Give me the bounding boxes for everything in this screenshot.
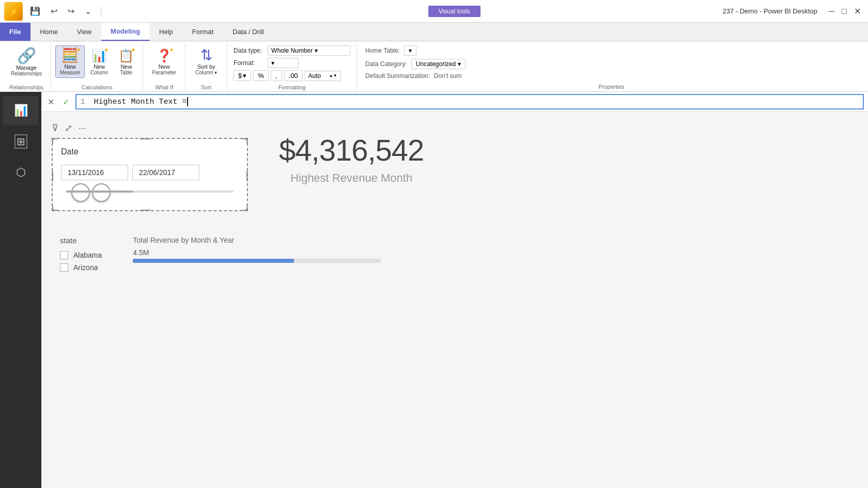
sidebar-item-report[interactable]: 📊 xyxy=(3,96,38,125)
state-checkbox-alabama[interactable] xyxy=(60,251,68,259)
comma-button[interactable]: , xyxy=(271,70,282,81)
slider-handles xyxy=(71,183,234,202)
slider-handle-left[interactable] xyxy=(71,183,90,202)
new-parameter-label-1: New xyxy=(159,64,170,70)
content-area: ✕ ✓ 1 Highest Month Text = ⊽ ⤢ ··· xyxy=(41,92,868,488)
datatype-value: Whole Number xyxy=(271,47,313,54)
ribbon-group-sort-items: ⇅ Sort by Column ▾ xyxy=(190,45,223,83)
decimal-button[interactable]: .00 xyxy=(284,70,303,81)
resize-handle-right[interactable] xyxy=(244,171,247,181)
ribbon-group-calculations: 🧮 ✦ New Measure 📊 ✦ New Column 📋 ✦ xyxy=(51,43,143,91)
datatype-dropdown-arrow: ▾ xyxy=(315,47,318,54)
canvas-bottom-row: state Alabama Arizona Total Revenue by M… xyxy=(52,232,858,274)
sidebar-item-table[interactable]: ⊞ xyxy=(3,127,38,156)
home-table-dropdown[interactable]: ▾ xyxy=(404,45,416,56)
tab-format[interactable]: Format xyxy=(183,23,223,41)
date-slider[interactable] xyxy=(61,191,239,202)
state-title: state xyxy=(60,236,102,245)
ribbon-group-whatif-items: ❓ ✦ New Parameter xyxy=(147,45,181,83)
tab-modeling[interactable]: Modeling xyxy=(101,23,150,41)
resize-handle-tr[interactable] xyxy=(242,138,247,144)
formula-input[interactable]: 1 Highest Month Text = xyxy=(75,94,864,109)
ribbon-group-properties: Home Table: ▾ Data Category: Uncategoriz… xyxy=(357,43,866,91)
slider-handle-right[interactable] xyxy=(92,183,111,202)
datatype-dropdown[interactable]: Whole Number ▾ xyxy=(268,45,350,56)
slicer-title: Date xyxy=(61,147,239,156)
resize-handle-bottom[interactable] xyxy=(140,208,150,211)
new-measure-label-1: New xyxy=(64,64,75,70)
home-table-dropdown-arrow: ▾ xyxy=(409,47,412,54)
tab-file[interactable]: File xyxy=(0,23,30,41)
format-dropdown[interactable]: ▾ xyxy=(268,58,299,68)
date-range-inputs: 13/11/2016 22/06/2017 xyxy=(61,165,239,180)
properties-group-label: Properties xyxy=(365,84,858,90)
formula-text: Highest Month Text = xyxy=(94,98,187,106)
minimize-button[interactable]: ─ xyxy=(826,4,838,18)
data-category-value: Uncategorized xyxy=(416,60,456,68)
redo-button[interactable]: ↪ xyxy=(65,4,78,18)
new-table-button[interactable]: 📋 ✦ New Table xyxy=(114,45,138,78)
ribbon-group-sort: ⇅ Sort by Column ▾ Sort xyxy=(185,43,227,91)
undo-button[interactable]: ↩ xyxy=(48,4,60,18)
currency-button[interactable]: $ ▾ xyxy=(234,70,251,81)
dropdown-button[interactable]: ⌄ xyxy=(82,4,95,18)
new-column-button[interactable]: 📊 ✦ New Column xyxy=(86,45,113,78)
save-button[interactable]: 💾 xyxy=(27,4,43,18)
new-measure-icon: 🧮 ✦ xyxy=(61,48,79,62)
tab-help[interactable]: Help xyxy=(150,23,183,41)
chart-bar-fill xyxy=(133,259,294,263)
resize-handle-bl[interactable] xyxy=(52,206,57,211)
tab-view[interactable]: View xyxy=(68,23,101,41)
resize-handle-tl[interactable] xyxy=(52,138,57,144)
more-options-button[interactable]: ··· xyxy=(79,123,86,134)
auto-input[interactable]: Auto ▲▼ xyxy=(305,71,341,81)
close-button[interactable]: ✕ xyxy=(851,4,864,18)
resize-handle-br[interactable] xyxy=(242,206,247,211)
manage-relationships-icon: 🔗 xyxy=(17,48,36,64)
focus-icon[interactable]: ⤢ xyxy=(65,122,72,134)
formatting-row-datatype: Data type: Whole Number ▾ xyxy=(234,45,350,56)
data-category-dropdown-arrow: ▾ xyxy=(458,60,461,68)
title-bar-controls: 💾 ↩ ↪ ⌄ xyxy=(27,4,103,18)
new-column-label-2: Column xyxy=(90,70,108,75)
cursor-indicator xyxy=(187,97,188,106)
slider-fill xyxy=(66,191,133,193)
currency-dropdown-arrow: ▾ xyxy=(243,72,246,80)
visual-toolbar: ⊽ ⤢ ··· xyxy=(52,122,248,134)
revenue-card: $4,316,542 Highest Revenue Month xyxy=(258,122,444,195)
tab-data-drill[interactable]: Data / Drill xyxy=(223,23,274,41)
formula-confirm-button[interactable]: ✓ xyxy=(60,96,71,108)
filter-icon[interactable]: ⊽ xyxy=(52,122,58,134)
calculations-group-label: Calculations xyxy=(55,84,138,90)
sidebar-item-model[interactable]: ⬡ xyxy=(3,158,38,187)
auto-value: Auto xyxy=(308,72,321,80)
sort-by-column-label-2: Column ▾ xyxy=(195,70,217,75)
state-label-alabama: Alabama xyxy=(73,251,102,259)
model-icon: ⬡ xyxy=(16,166,26,179)
new-measure-button[interactable]: 🧮 ✦ New Measure xyxy=(55,45,85,78)
resize-handle-top[interactable] xyxy=(140,138,150,141)
state-item-alabama: Alabama xyxy=(60,249,102,261)
date-from-input[interactable]: 13/11/2016 xyxy=(61,165,128,180)
revenue-amount: $4,316,542 xyxy=(279,133,424,167)
formula-cancel-button[interactable]: ✕ xyxy=(45,96,56,108)
sort-by-column-button[interactable]: ⇅ Sort by Column ▾ xyxy=(190,45,223,78)
revenue-label: Highest Revenue Month xyxy=(290,171,412,185)
date-slicer: Date 13/11/2016 22/06/2017 xyxy=(52,138,248,211)
decimal-symbol: .00 xyxy=(289,72,298,80)
resize-handle-left[interactable] xyxy=(52,171,55,181)
new-parameter-button[interactable]: ❓ ✦ New Parameter xyxy=(147,45,181,78)
datatype-label: Data type: xyxy=(234,47,265,54)
visual-tools-badge: Visual tools xyxy=(428,6,481,17)
sidebar: 📊 ⊞ ⬡ xyxy=(0,92,41,488)
date-to-input[interactable]: 22/06/2017 xyxy=(132,165,199,180)
percent-button[interactable]: % xyxy=(253,70,269,81)
manage-relationships-button[interactable]: 🔗 Manage Relationships xyxy=(6,45,47,79)
tab-home[interactable]: Home xyxy=(30,23,68,41)
default-sum-row: Default Summarization: Don't sum xyxy=(365,72,858,80)
formatting-currency-row: $ ▾ % , .00 Auto ▲▼ xyxy=(234,70,350,81)
state-checkbox-arizona[interactable] xyxy=(60,263,68,272)
data-category-dropdown[interactable]: Uncategorized ▾ xyxy=(411,59,466,69)
format-label: Format: xyxy=(234,59,265,67)
maximize-button[interactable]: □ xyxy=(839,4,850,18)
